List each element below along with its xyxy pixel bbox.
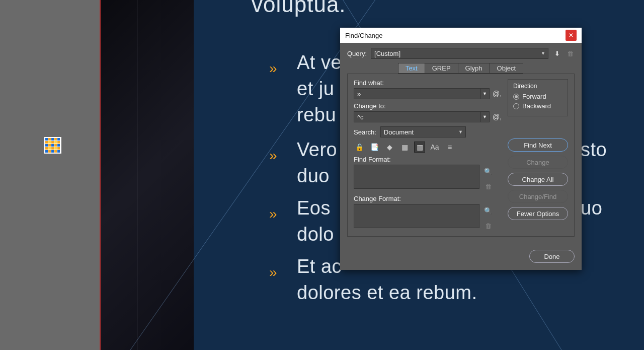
find-format-box[interactable] (354, 165, 479, 189)
clear-format-icon: 🗑 (484, 182, 493, 191)
query-label: Query: (347, 50, 367, 57)
change-find-button: Change/Find (508, 190, 568, 203)
find-next-button[interactable]: Find Next (508, 138, 568, 152)
master-pages-icon[interactable]: ▦ (399, 142, 410, 153)
dialog-titlebar[interactable]: Find/Change ✕ (340, 28, 582, 43)
case-sensitive-icon[interactable]: Aa (429, 142, 440, 153)
clear-format-icon: 🗑 (484, 221, 493, 230)
direction-legend: Direction (513, 83, 562, 90)
find-what-label: Find what: (354, 79, 502, 87)
query-dropdown[interactable]: [Custom] ▼ (371, 48, 548, 59)
chevron-down-icon[interactable]: ▼ (480, 112, 489, 122)
document-text: Vero (297, 139, 337, 161)
document-text: sto (581, 139, 607, 161)
document-text: dolo (297, 224, 334, 245)
find-change-dialog: Find/Change ✕ Query: [Custom] ▼ ⬇ 🗑 Text… (340, 28, 582, 270)
document-text: et ju (297, 78, 334, 100)
hidden-layers-icon[interactable]: ◆ (384, 142, 395, 153)
bullet-glyph: » (269, 60, 277, 77)
specify-format-icon[interactable]: 🔍 (484, 167, 493, 176)
specify-format-icon[interactable]: 🔍 (484, 206, 493, 215)
document-text: duo (297, 165, 330, 187)
tab-object[interactable]: Object (490, 63, 524, 74)
document-text: Et ac (297, 256, 342, 277)
bullet-glyph: » (269, 206, 277, 222)
document-image-strip (101, 0, 194, 350)
direction-backward-radio[interactable]: Backward (513, 102, 562, 110)
find-what-input[interactable]: » ▼ (354, 88, 490, 99)
query-value: [Custom] (374, 50, 400, 57)
search-options-icons: 🔒 📑 ◆ ▦ ▥ Aa ≡ (354, 142, 502, 153)
direction-forward-label: Forward (522, 93, 546, 100)
direction-forward-radio[interactable]: Forward (513, 93, 562, 100)
guide-vertical (137, 0, 137, 350)
clipboard-contents-icon (44, 137, 61, 154)
document-text: rebu (297, 104, 336, 126)
change-all-button[interactable]: Change All (508, 173, 568, 186)
find-format-label: Find Format: (354, 156, 502, 163)
search-mode-tabs: Text GREP Glyph Object (347, 63, 575, 74)
change-to-value: ^c (357, 113, 364, 121)
close-button[interactable]: ✕ (566, 30, 577, 41)
locked-layers-icon[interactable]: 🔒 (354, 142, 365, 153)
whole-word-icon[interactable]: ≡ (444, 142, 455, 153)
search-scope-value: Document (384, 128, 414, 136)
chevron-down-icon[interactable]: ▼ (480, 89, 489, 99)
change-format-box[interactable] (354, 204, 479, 228)
chevron-down-icon: ▼ (458, 129, 463, 134)
change-format-label: Change Format: (354, 195, 502, 202)
delete-query-icon: 🗑 (566, 49, 575, 58)
document-text: uo (581, 197, 602, 219)
direction-backward-label: Backward (522, 102, 551, 110)
save-query-icon[interactable]: ⬇ (552, 49, 561, 58)
done-button[interactable]: Done (529, 250, 575, 263)
tab-grep[interactable]: GREP (425, 63, 458, 74)
search-scope-label: Search: (354, 128, 376, 136)
direction-group: Direction Forward Backward (508, 79, 568, 116)
change-button: Change (508, 156, 568, 169)
radio-icon (513, 103, 519, 109)
bullet-glyph: » (269, 264, 277, 281)
tab-text[interactable]: Text (398, 63, 425, 74)
document-text: At ve (297, 52, 342, 74)
find-what-value: » (357, 90, 361, 98)
special-characters-icon[interactable]: @, (493, 113, 502, 121)
document-title-word: voluptua. (252, 0, 346, 19)
radio-icon (513, 94, 519, 100)
change-to-input[interactable]: ^c ▼ (354, 111, 490, 122)
fewer-options-button[interactable]: Fewer Options (508, 207, 568, 220)
document-text: dolores et ea rebum. (297, 282, 477, 304)
document-text: Eos (297, 197, 331, 219)
dialog-title: Find/Change (345, 32, 382, 39)
special-characters-icon[interactable]: @, (493, 90, 502, 98)
locked-stories-icon[interactable]: 📑 (369, 142, 380, 153)
footnotes-icon[interactable]: ▥ (414, 142, 425, 153)
search-scope-dropdown[interactable]: Document ▼ (380, 126, 466, 137)
bullet-glyph: » (269, 148, 277, 164)
change-to-label: Change to: (354, 102, 502, 110)
pasteboard (0, 0, 101, 350)
chevron-down-icon: ▼ (541, 51, 545, 56)
tab-glyph[interactable]: Glyph (458, 63, 490, 74)
